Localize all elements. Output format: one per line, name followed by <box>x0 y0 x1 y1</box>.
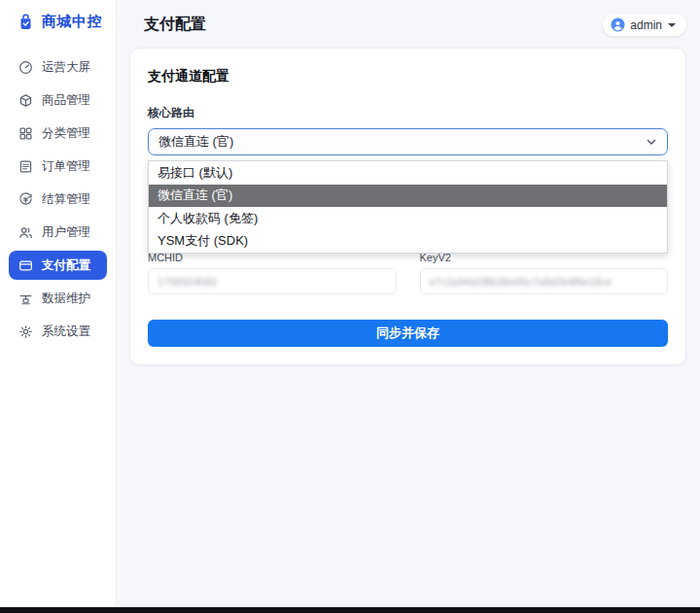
grid-icon <box>18 126 33 141</box>
core-route-selected-value: 微信直连 (官) <box>158 133 233 151</box>
sidebar-item-label: 商品管理 <box>42 92 90 109</box>
card-heading: 支付通道配置 <box>148 68 668 85</box>
sidebar-item-label: 用户管理 <box>42 224 90 241</box>
payment-channel-card: 支付通道配置 核心路由 微信直连 (官) 易接口 (默认) 微信直连 (官) 个… <box>129 48 686 365</box>
sidebar-item-orders[interactable]: 订单管理 <box>0 150 116 183</box>
sidebar-item-products[interactable]: 商品管理 <box>0 84 116 117</box>
sidebar-item-label: 结算管理 <box>42 191 90 208</box>
dropdown-option-ysm-sdk[interactable]: YSM支付 (SDK) <box>149 230 667 254</box>
keyv2-field-group: KeyV2 e7c2a94d1f8b36e05c7a9d2b4f6e18ce <box>420 252 669 294</box>
sidebar-item-data-maintenance[interactable]: 数据维护 <box>0 282 116 315</box>
dropdown-option-personal-qr[interactable]: 个人收款码 (免签) <box>149 207 667 230</box>
bottom-edge-bar <box>0 607 700 613</box>
core-route-dropdown: 易接口 (默认) 微信直连 (官) 个人收款码 (免签) YSM支付 (SDK) <box>148 160 668 254</box>
core-route-select[interactable]: 微信直连 (官) <box>148 128 668 155</box>
package-icon <box>18 93 33 108</box>
credentials-row: MCHID 1706924583 KeyV2 e7c2a94d1f8b36e05… <box>148 252 668 294</box>
keyv2-masked-value: e7c2a94d1f8b36e05c7a9d2b4f6e18ce <box>430 276 612 288</box>
sidebar-item-label: 系统设置 <box>42 324 90 340</box>
settlement-coin-icon <box>18 192 33 207</box>
sidebar-item-dashboard[interactable]: 运营大屏 <box>0 51 116 84</box>
shopping-bag-check-icon <box>17 13 35 31</box>
sidebar-item-users[interactable]: 用户管理 <box>0 216 116 249</box>
sync-save-button[interactable]: 同步并保存 <box>148 320 668 347</box>
sidebar-item-label: 订单管理 <box>42 158 90 175</box>
keyv2-input[interactable]: e7c2a94d1f8b36e05c7a9d2b4f6e18ce <box>420 268 669 294</box>
mchid-field-group: MCHID 1706924583 <box>148 252 397 294</box>
brand-logo: 商城中控 <box>0 0 116 39</box>
gauge-icon <box>18 60 33 75</box>
sidebar-item-label: 运营大屏 <box>42 59 90 76</box>
gear-icon <box>18 324 33 339</box>
sidebar-item-label: 支付配置 <box>42 257 90 274</box>
topbar: 支付配置 admin <box>117 0 700 48</box>
sidebar-item-payment-config[interactable]: 支付配置 <box>9 251 107 280</box>
user-name: admin <box>630 18 662 32</box>
core-route-label: 核心路由 <box>148 105 668 121</box>
dropdown-option-yijiekou[interactable]: 易接口 (默认) <box>149 161 667 185</box>
sidebar: 商城中控 运营大屏 商品管理 分类管理 <box>0 0 117 613</box>
chevron-down-icon <box>668 23 676 27</box>
sidebar-item-label: 分类管理 <box>42 125 90 142</box>
mchid-masked-value: 1706924583 <box>158 276 217 288</box>
sidebar-nav: 运营大屏 商品管理 分类管理 订单管理 <box>0 39 116 348</box>
dropdown-option-wechat-direct[interactable]: 微信直连 (官) <box>149 185 667 208</box>
brand-name: 商城中控 <box>42 13 102 31</box>
user-avatar-icon <box>611 17 625 32</box>
core-route-select-wrap: 微信直连 (官) 易接口 (默认) 微信直连 (官) 个人收款码 (免签) YS… <box>148 128 668 155</box>
sidebar-item-settlement[interactable]: 结算管理 <box>0 183 116 216</box>
users-icon <box>18 225 33 240</box>
data-hub-icon <box>18 291 33 306</box>
sidebar-item-system-settings[interactable]: 系统设置 <box>0 315 116 348</box>
sidebar-item-categories[interactable]: 分类管理 <box>0 117 116 150</box>
order-list-icon <box>18 159 33 174</box>
main-content: 支付配置 admin 支付通道配置 核心路由 微信直连 (官) 易接口 (默认) <box>117 0 700 613</box>
user-menu-button[interactable]: admin <box>603 14 686 36</box>
sidebar-item-label: 数据维护 <box>42 290 90 307</box>
credit-card-icon <box>18 258 33 273</box>
save-row: 同步并保存 <box>148 320 668 347</box>
chevron-down-icon <box>646 136 657 148</box>
page-title: 支付配置 <box>144 15 206 35</box>
mchid-input[interactable]: 1706924583 <box>148 268 397 294</box>
